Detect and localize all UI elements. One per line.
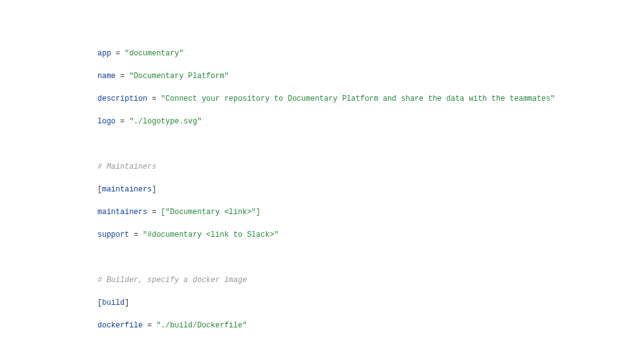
code-line: dockerfile = "./build/Dockerfile" — [97, 320, 644, 331]
toml-key: name — [97, 72, 116, 81]
bracket: ] — [125, 298, 129, 307]
toml-key: dockerfile — [97, 321, 143, 330]
code-line: name = "Documentary Platform" — [97, 71, 644, 82]
code-line: support = "#documentary <link to Slack>" — [97, 229, 644, 241]
code-line: [maintainers] — [97, 184, 644, 195]
toml-string: "#documentary <link to Slack>" — [143, 230, 279, 239]
toml-string: "./logotype.svg" — [129, 117, 201, 126]
equals: = — [116, 49, 120, 58]
equals: = — [152, 94, 156, 103]
toml-key: support — [97, 230, 129, 239]
blank-line — [97, 252, 644, 263]
toml-string: "documentary" — [125, 49, 184, 58]
blank-line — [97, 139, 644, 150]
toml-comment: # Builder, specify a docker image — [97, 276, 247, 285]
equals: = — [120, 72, 125, 81]
equals: = — [134, 230, 138, 239]
code-line: maintainers = ["Documentary <link>"] — [97, 207, 644, 218]
bracket: ] — [152, 185, 156, 194]
equals: = — [120, 117, 125, 126]
code-line: [build] — [97, 297, 644, 309]
toml-string: "Documentary Platform" — [129, 72, 228, 81]
toml-key: maintainers — [97, 208, 147, 217]
code-line: app = "documentary" — [97, 48, 644, 59]
equals: = — [147, 321, 152, 330]
code-line: # Builder, specify a docker image — [97, 275, 644, 286]
toml-comment: # Maintainers — [97, 162, 157, 171]
toml-string: "Connect your repository to Documentary … — [161, 94, 555, 103]
toml-section: build — [102, 298, 125, 307]
toml-key: description — [97, 94, 147, 103]
toml-string: ["Documentary <link>"] — [161, 208, 260, 217]
toml-section: maintainers — [102, 185, 152, 194]
code-line: # Maintainers — [97, 161, 644, 173]
toml-key: app — [97, 49, 111, 58]
toml-string: "./build/Dockerfile" — [157, 321, 247, 330]
code-line: logo = "./logotype.svg" — [97, 116, 644, 127]
code-line: description = "Connect your repository t… — [97, 93, 644, 105]
toml-key: logo — [97, 117, 116, 126]
equals: = — [152, 208, 156, 217]
